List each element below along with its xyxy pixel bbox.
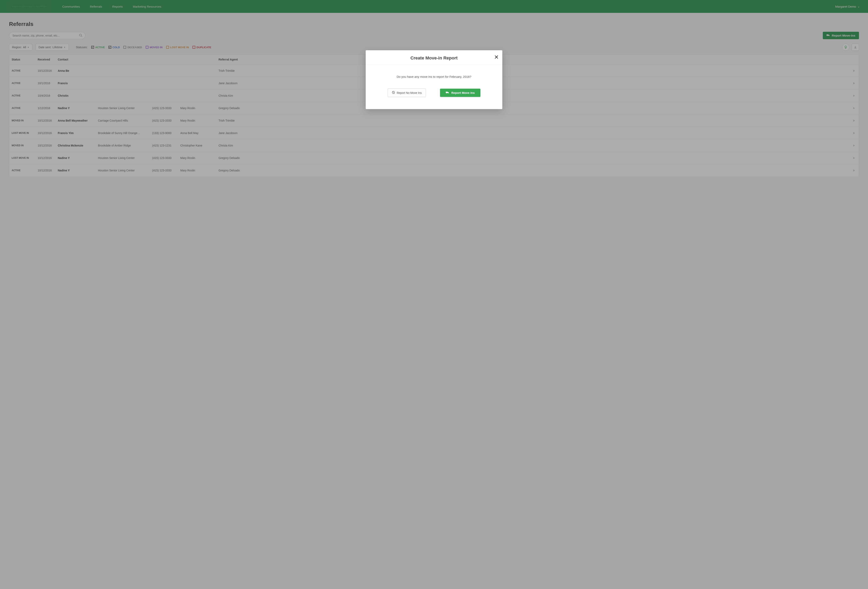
close-icon: ✕ <box>494 54 499 60</box>
modal-question: Do you have any move ins to report for F… <box>374 75 494 78</box>
modal-actions: Report No Move Ins Report Move Ins <box>374 89 494 97</box>
svg-point-8 <box>446 93 447 93</box>
no-moveins-label: Report No Move Ins <box>397 91 422 94</box>
modal-header: Create Move-in Report ✕ <box>366 50 502 65</box>
report-moveins-confirm-button[interactable]: Report Move Ins <box>440 89 480 97</box>
modal-title: Create Move-in Report <box>370 55 498 61</box>
report-no-moveins-button[interactable]: Report No Move Ins <box>388 89 426 97</box>
truck-icon <box>446 91 449 94</box>
svg-rect-7 <box>446 92 448 93</box>
movein-modal: Create Move-in Report ✕ Do you have any … <box>366 50 502 109</box>
yes-moveins-label: Report Move Ins <box>451 91 475 94</box>
svg-line-6 <box>393 92 394 93</box>
modal-overlay[interactable]: Create Move-in Report ✕ Do you have any … <box>0 0 868 185</box>
svg-point-9 <box>448 93 449 93</box>
prohibit-icon <box>392 91 395 94</box>
modal-close-button[interactable]: ✕ <box>494 54 499 61</box>
modal-body: Do you have any move ins to report for F… <box>366 65 502 109</box>
